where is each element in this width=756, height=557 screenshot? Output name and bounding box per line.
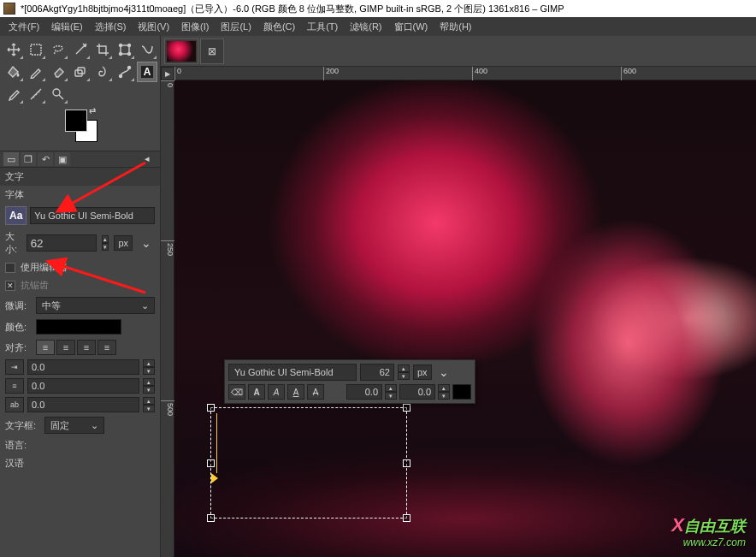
font-name-field[interactable]: Yu Gothic UI Semi-Bold bbox=[30, 207, 155, 224]
align-right-icon[interactable]: ≡ bbox=[56, 340, 75, 355]
menu-filters[interactable]: 滤镜(R) bbox=[345, 19, 387, 35]
float-font-field[interactable]: Yu Gothic UI Semi-Bold bbox=[228, 364, 357, 381]
warp-tool-icon[interactable] bbox=[137, 39, 157, 60]
move-tool-icon[interactable] bbox=[3, 39, 24, 60]
dock-menu-icon[interactable]: ◂ bbox=[145, 153, 157, 165]
float-bold-icon[interactable]: A bbox=[248, 384, 265, 400]
align-left-icon[interactable]: ≡ bbox=[36, 340, 55, 355]
align-label: 对齐: bbox=[5, 341, 31, 354]
measure-tool-icon[interactable] bbox=[26, 84, 46, 104]
float-size-unit[interactable]: px bbox=[413, 364, 432, 380]
menu-color[interactable]: 颜色(C) bbox=[258, 19, 300, 35]
canvas-area: ⊠ ▶ 0 200 400 600 0 250 500 750 bbox=[161, 36, 756, 557]
menu-tools[interactable]: 工具(T) bbox=[302, 19, 343, 35]
use-editor-row[interactable]: 使用编辑器 bbox=[0, 258, 160, 276]
menu-view[interactable]: 视图(V) bbox=[133, 19, 174, 35]
line-spacing-value[interactable]: 0.0 bbox=[27, 378, 139, 394]
use-editor-checkbox[interactable] bbox=[5, 263, 15, 273]
font-preview-icon[interactable]: Aa bbox=[5, 206, 27, 225]
ruler-corner-icon[interactable]: ▶ bbox=[161, 67, 174, 80]
float-baseline-spinner[interactable]: ▴▾ bbox=[385, 384, 397, 400]
size-spinner[interactable]: ▴▾ bbox=[102, 235, 109, 251]
watermark: X自由互联 www.xz7.com bbox=[671, 514, 746, 548]
clone-tool-icon[interactable] bbox=[70, 62, 91, 82]
size-unit[interactable]: px bbox=[114, 235, 133, 251]
text-floating-toolbar[interactable]: Yu Gothic UI Semi-Bold 62 ▴▾ px ⌄ ⌫ A A … bbox=[224, 359, 475, 404]
size-chevron-icon[interactable]: ⌄ bbox=[138, 236, 155, 250]
eyedropper-tool-icon[interactable] bbox=[3, 84, 24, 104]
menu-select[interactable]: 选择(S) bbox=[90, 19, 132, 35]
antialias-checkbox[interactable]: ✕ bbox=[5, 281, 15, 291]
float-kerning-field[interactable]: 0.0 bbox=[399, 384, 435, 400]
eraser-tool-icon[interactable] bbox=[48, 62, 68, 82]
float-chevron-icon[interactable]: ⌄ bbox=[435, 365, 452, 379]
float-underline-icon[interactable]: A bbox=[287, 384, 304, 400]
float-italic-icon[interactable]: A bbox=[268, 384, 285, 400]
letter-spacing-spinner[interactable]: ▴▾ bbox=[143, 397, 155, 412]
images-tab-icon[interactable]: ▣ bbox=[55, 152, 70, 166]
resize-handle-br[interactable] bbox=[403, 514, 410, 522]
close-tab-icon[interactable]: ⊠ bbox=[200, 39, 224, 64]
float-kerning-spinner[interactable]: ▴▾ bbox=[438, 384, 450, 400]
zoom-tool-icon[interactable] bbox=[48, 84, 68, 104]
smudge-tool-icon[interactable] bbox=[92, 62, 113, 82]
float-baseline-field[interactable]: 0.0 bbox=[346, 384, 382, 400]
resize-handle-bl[interactable] bbox=[207, 514, 215, 522]
foreground-color[interactable] bbox=[65, 110, 87, 132]
resize-handle-ml[interactable] bbox=[207, 459, 215, 467]
resize-handle-tl[interactable] bbox=[207, 404, 215, 412]
textbox-dropdown[interactable]: 固定⌄ bbox=[44, 417, 104, 434]
device-status-tab-icon[interactable]: ❐ bbox=[21, 152, 36, 166]
menu-bar: 文件(F) 编辑(E) 选择(S) 视图(V) 图像(I) 图层(L) 颜色(C… bbox=[0, 17, 756, 36]
swap-colors-icon[interactable]: ⇄ bbox=[89, 106, 96, 116]
menu-help[interactable]: 帮助(H) bbox=[434, 19, 476, 35]
float-size-spinner[interactable]: ▴▾ bbox=[398, 364, 410, 380]
letter-spacing-value[interactable]: 0.0 bbox=[27, 397, 139, 412]
size-input[interactable] bbox=[27, 234, 97, 252]
antialias-label: 抗锯齿 bbox=[21, 279, 49, 292]
bucket-tool-icon[interactable] bbox=[3, 62, 24, 82]
antialias-row[interactable]: ✕ 抗锯齿 bbox=[0, 276, 160, 294]
tool-options-header: 文字 bbox=[0, 168, 160, 186]
vertical-ruler[interactable]: 0 250 500 750 bbox=[161, 80, 174, 557]
svg-point-9 bbox=[128, 67, 131, 69]
wand-tool-icon[interactable] bbox=[70, 39, 91, 60]
text-color-well[interactable] bbox=[36, 319, 121, 335]
crop-tool-icon[interactable] bbox=[92, 39, 113, 60]
language-value[interactable]: 汉语 bbox=[5, 457, 24, 470]
text-box-selection[interactable] bbox=[210, 407, 407, 518]
menu-window[interactable]: 窗口(W) bbox=[389, 19, 434, 35]
color-row: 颜色: bbox=[0, 317, 160, 337]
hinting-dropdown[interactable]: 中等⌄ bbox=[36, 297, 155, 314]
tool-options-tab-icon[interactable]: ▭ bbox=[3, 152, 19, 166]
text-tool-icon[interactable]: A bbox=[137, 62, 157, 82]
float-color-well[interactable] bbox=[452, 384, 471, 400]
lasso-tool-icon[interactable] bbox=[48, 39, 68, 60]
window-title: *[006AkgtYgy1h8bjtbjmo4j311t0moaeg]（已导入）… bbox=[21, 3, 564, 15]
rect-select-tool-icon[interactable] bbox=[26, 39, 46, 60]
line-spacing-spinner[interactable]: ▴▾ bbox=[143, 378, 155, 394]
transform-tool-icon[interactable] bbox=[115, 39, 135, 60]
path-tool-icon[interactable] bbox=[115, 62, 135, 82]
menu-file[interactable]: 文件(F) bbox=[3, 19, 44, 35]
align-justify-icon[interactable]: ≡ bbox=[97, 340, 116, 355]
hinting-row: 微调: 中等⌄ bbox=[0, 294, 160, 317]
pencil-tool-icon[interactable] bbox=[26, 62, 46, 82]
indent-value[interactable]: 0.0 bbox=[27, 359, 139, 375]
menu-edit[interactable]: 编辑(E) bbox=[46, 19, 88, 35]
horizontal-ruler[interactable]: 0 200 400 600 bbox=[174, 67, 756, 80]
canvas-viewport[interactable]: Yu Gothic UI Semi-Bold 62 ▴▾ px ⌄ ⌫ A A … bbox=[174, 80, 756, 557]
hinting-label: 微调: bbox=[5, 299, 31, 312]
float-clear-icon[interactable]: ⌫ bbox=[228, 384, 245, 400]
undo-history-tab-icon[interactable]: ↶ bbox=[38, 152, 53, 166]
indent-spinner[interactable]: ▴▾ bbox=[143, 359, 155, 375]
menu-layer[interactable]: 图层(L) bbox=[216, 19, 256, 35]
resize-handle-mr[interactable] bbox=[403, 459, 410, 467]
align-center-icon[interactable]: ≡ bbox=[77, 340, 96, 355]
float-size-field[interactable]: 62 bbox=[360, 364, 394, 381]
resize-handle-tr[interactable] bbox=[403, 404, 410, 412]
menu-image[interactable]: 图像(I) bbox=[176, 19, 214, 35]
float-strike-icon[interactable]: A bbox=[307, 384, 324, 400]
image-tab[interactable] bbox=[164, 39, 198, 64]
letter-spacing-icon: ab bbox=[5, 397, 24, 412]
